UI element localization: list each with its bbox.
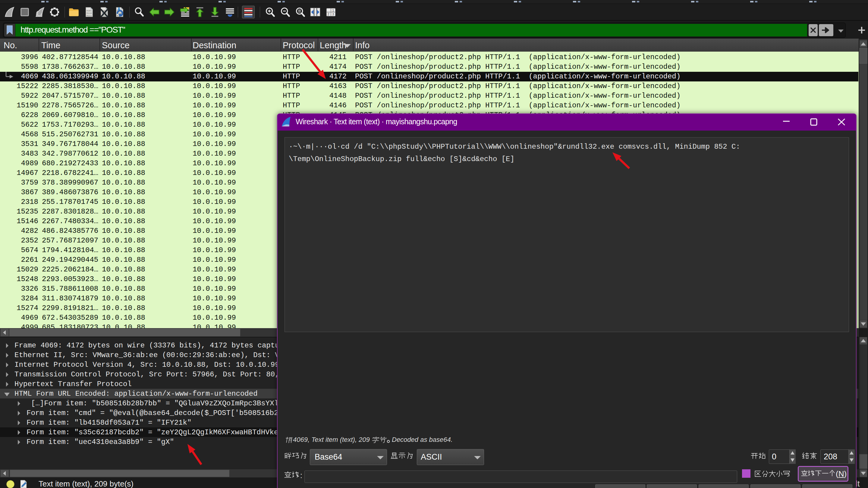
svg-text:0101: 0101	[87, 10, 92, 12]
svg-text:1: 1	[333, 9, 334, 12]
svg-text:0110: 0110	[87, 12, 92, 15]
svg-text:2: 2	[328, 13, 330, 16]
svg-text:3: 3	[333, 13, 334, 16]
svg-text:0111: 0111	[87, 15, 92, 17]
